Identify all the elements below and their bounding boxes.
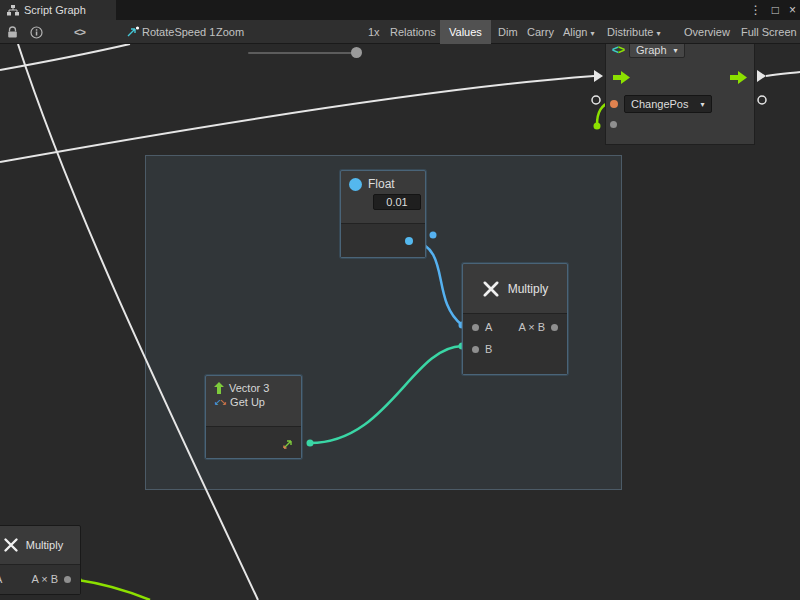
vector-output-port[interactable]	[281, 437, 293, 455]
code-button[interactable]: <>	[74, 20, 85, 44]
changepos-input-port[interactable]	[610, 100, 618, 108]
node-vector3-get-up[interactable]: Vector 3 ↙↘ Get Up	[205, 375, 302, 459]
toolbar: <> RotateSpeed 1 Zoom 1x Relations Value…	[0, 20, 800, 44]
flow-arrow-icon	[613, 71, 630, 84]
titlebar: Script Graph ⋮ □ ×	[0, 0, 800, 20]
port-label: B	[485, 343, 492, 355]
visual-scripting-icon: <>	[612, 43, 624, 57]
node-float[interactable]: Float 0.01	[340, 170, 426, 258]
toolbar-button-carry[interactable]: Carry	[527, 20, 554, 44]
multiply-input-b-port[interactable]	[472, 346, 479, 353]
port-label: A × B	[518, 321, 545, 333]
zoom-label: Zoom	[216, 20, 244, 44]
machine-label[interactable]: RotateSpeed 1	[142, 20, 215, 44]
flow-output-port[interactable]	[730, 70, 747, 88]
node-subtitle: Get Up	[230, 396, 265, 408]
flow-arrow-icon	[730, 71, 747, 84]
maximize-button[interactable]: □	[772, 3, 779, 17]
multiply2-output-port[interactable]	[64, 576, 71, 583]
node-title: Multiply	[508, 282, 549, 296]
up-arrow-icon	[214, 382, 224, 394]
chevron-down-icon: ▾	[701, 100, 705, 109]
graph-icon	[7, 5, 19, 16]
flow-input-port[interactable]	[613, 70, 630, 88]
node-multiply-partial[interactable]: Multiply A A × B	[0, 525, 81, 595]
toolbar-button-overview[interactable]: Overview	[684, 20, 730, 44]
graph-node-panel[interactable]: <> Graph ▾ ChangePos ▾	[605, 38, 755, 145]
zoom-value: 1x	[368, 20, 380, 44]
toolbar-button-fullscreen[interactable]: Full Screen	[741, 20, 797, 44]
node-title: Float	[368, 177, 395, 191]
multiply-input-a-port[interactable]	[472, 324, 479, 331]
float-output-port[interactable]	[405, 237, 413, 245]
node-title: Multiply	[26, 539, 63, 551]
info-icon	[30, 26, 43, 39]
toolbar-button-values[interactable]: Values	[440, 20, 491, 44]
extra-port[interactable]	[610, 121, 617, 128]
port-label: A × B	[31, 573, 58, 585]
chevron-down-icon: ▾	[656, 29, 660, 38]
chevron-down-icon: ▾	[590, 29, 594, 38]
toolbar-button-distribute[interactable]: Distribute▾	[607, 20, 660, 44]
multiply-output-port[interactable]	[551, 324, 558, 331]
close-button[interactable]: ×	[789, 3, 796, 17]
toolbar-button-relations[interactable]: Relations	[390, 20, 436, 44]
code-icon: <>	[74, 26, 85, 38]
float-type-icon	[349, 178, 362, 191]
graph-dropdown[interactable]: Graph ▾	[629, 42, 685, 58]
float-value-input[interactable]: 0.01	[373, 194, 421, 210]
port-label: A	[485, 321, 492, 333]
node-multiply[interactable]: Multiply A A × B B	[462, 263, 568, 375]
diagonal-arrow-icon	[281, 439, 293, 451]
multiply-icon	[482, 280, 500, 298]
port-label: A	[0, 573, 2, 585]
lock-icon	[7, 26, 18, 39]
zoom-slider-handle[interactable]	[351, 47, 362, 58]
toolbar-button-dim[interactable]: Dim	[498, 20, 518, 44]
zoom-slider[interactable]	[248, 52, 362, 54]
changepos-dropdown[interactable]: ChangePos ▾	[624, 95, 712, 113]
chevron-down-icon: ▾	[674, 46, 678, 55]
toolbar-button-align[interactable]: Align▾	[563, 20, 594, 44]
unity-script-graph-window: { "colors": { "wire_white": "#e6e6e6", "…	[0, 0, 800, 600]
more-button[interactable]: ⋮	[750, 3, 762, 17]
tab-script-graph[interactable]: Script Graph	[0, 0, 116, 20]
multiply-icon	[3, 537, 19, 553]
info-button[interactable]	[30, 20, 43, 44]
window-title: Script Graph	[24, 4, 86, 16]
node-title: Vector 3	[229, 382, 269, 394]
lock-button[interactable]	[7, 20, 18, 44]
machine-icon	[126, 20, 140, 44]
transform-arrows-icon: ↙↘	[214, 398, 225, 407]
